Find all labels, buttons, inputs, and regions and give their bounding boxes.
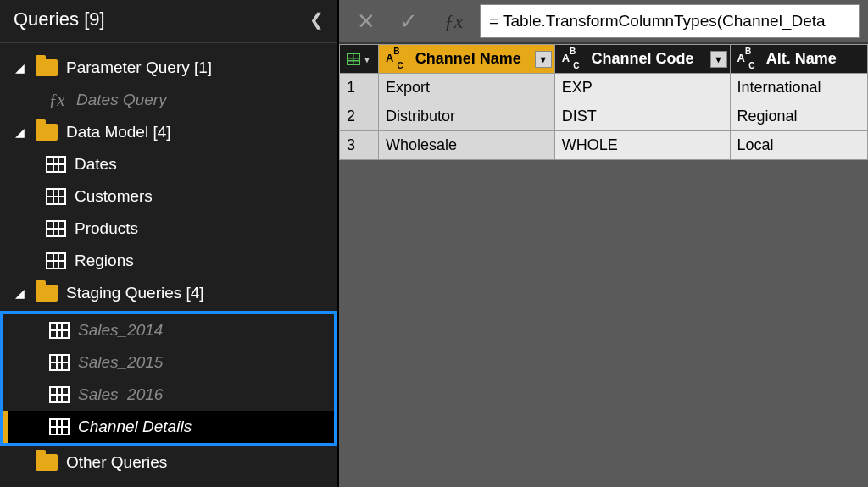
cell[interactable]: DIST [554, 102, 730, 131]
query-channel-details[interactable]: Channel Details [3, 411, 334, 443]
query-label: Channel Details [78, 418, 192, 436]
highlight-box: Sales_2014 Sales_2015 Sales_2016 Channel… [0, 311, 337, 446]
type-text-icon: ABC [386, 51, 406, 67]
table-icon [46, 252, 66, 269]
formula-bar: ✕ ✓ ƒx = Table.TransformColumnTypes(Chan… [339, 0, 868, 44]
chevron-down-icon: ▼ [363, 55, 371, 64]
table-icon [49, 354, 70, 371]
folder-staging-queries[interactable]: ◢ Staging Queries [4] [0, 277, 337, 309]
formula-input[interactable]: = Table.TransformColumnTypes(Channel_Det… [480, 4, 860, 38]
query-label: Sales_2015 [78, 353, 163, 372]
query-label: Customers [75, 187, 153, 206]
cell[interactable]: WHOLE [554, 131, 730, 160]
cancel-formula-button[interactable]: ✕ [348, 4, 385, 38]
sidebar-header: Queries [9] ❮ [0, 0, 337, 43]
folder-label: Parameter Query [1] [66, 58, 212, 77]
folder-other-queries[interactable]: ◢ Other Queries [0, 446, 337, 479]
column-header-channel-code[interactable]: ABC Channel Code ▼ [554, 45, 730, 74]
folder-icon [36, 454, 58, 471]
fx-icon: ƒx [46, 91, 68, 110]
queries-tree: ◢ Parameter Query [1] ƒx Dates Query ◢ D… [0, 43, 337, 479]
cell[interactable]: Wholesale [378, 131, 554, 160]
caret-icon[interactable]: ◢ [15, 125, 27, 139]
query-customers[interactable]: Customers [0, 180, 337, 213]
query-sales-2014[interactable]: Sales_2014 [3, 314, 334, 346]
table-icon [49, 386, 70, 403]
caret-icon[interactable]: ◢ [15, 286, 27, 300]
query-regions[interactable]: Regions [0, 245, 337, 277]
type-text-icon: ABC [562, 51, 582, 67]
query-label: Products [75, 219, 138, 238]
collapse-chevron-icon[interactable]: ❮ [309, 9, 324, 30]
column-title: Channel Code [592, 50, 694, 67]
query-label: Sales_2016 [78, 385, 163, 404]
cell[interactable]: Local [730, 131, 867, 160]
cell[interactable]: EXP [554, 74, 730, 102]
folder-icon [36, 59, 58, 76]
column-filter-button[interactable]: ▼ [710, 51, 727, 68]
table-row[interactable]: 1 Export EXP International [340, 74, 868, 102]
query-sales-2016[interactable]: Sales_2016 [3, 379, 334, 411]
query-label: Dates [75, 155, 117, 174]
query-sales-2015[interactable]: Sales_2015 [3, 346, 334, 379]
query-dates-query[interactable]: ƒx Dates Query [0, 84, 337, 116]
folder-parameter-query[interactable]: ◢ Parameter Query [1] [0, 52, 337, 84]
folder-label: Other Queries [66, 453, 167, 472]
cell[interactable]: Regional [730, 102, 867, 131]
fx-icon[interactable]: ƒx [432, 10, 475, 33]
type-text-icon: ABC [737, 51, 758, 67]
query-label: Sales_2014 [78, 321, 163, 340]
cell[interactable]: Export [378, 74, 554, 102]
query-dates[interactable]: Dates [0, 148, 337, 180]
column-title: Channel Name [415, 50, 521, 67]
caret-icon[interactable]: ◢ [15, 61, 27, 75]
folder-label: Data Model [4] [66, 123, 171, 141]
table-icon [46, 156, 66, 173]
folder-label: Staging Queries [4] [66, 284, 204, 302]
table-picker-icon [347, 53, 360, 65]
table-corner-button[interactable]: ▼ [340, 45, 379, 74]
table-row[interactable]: 2 Distributor DIST Regional [340, 102, 868, 131]
query-products[interactable]: Products [0, 213, 337, 245]
cell[interactable]: Distributor [378, 102, 554, 131]
right-pane: ✕ ✓ ƒx = Table.TransformColumnTypes(Chan… [339, 0, 868, 487]
column-header-alt-name[interactable]: ABC Alt. Name [730, 45, 867, 74]
folder-icon [36, 124, 58, 141]
column-filter-button[interactable]: ▼ [535, 51, 552, 68]
sidebar-title: Queries [9] [14, 8, 105, 30]
queries-sidebar: Queries [9] ❮ ◢ Parameter Query [1] ƒx D… [0, 0, 339, 487]
folder-icon [36, 285, 58, 302]
row-number[interactable]: 2 [340, 102, 379, 131]
data-table: ▼ ABC Channel Name ▼ ABC Channel Code ▼ … [339, 44, 868, 160]
table-icon [46, 188, 66, 205]
row-number[interactable]: 3 [340, 131, 379, 160]
folder-data-model[interactable]: ◢ Data Model [4] [0, 116, 337, 148]
cell[interactable]: International [730, 74, 867, 102]
query-label: Regions [75, 252, 134, 270]
query-label: Dates Query [76, 91, 167, 109]
column-header-channel-name[interactable]: ABC Channel Name ▼ [378, 45, 554, 74]
table-row[interactable]: 3 Wholesale WHOLE Local [340, 131, 868, 160]
apply-formula-button[interactable]: ✓ [390, 4, 427, 38]
table-icon [49, 418, 70, 435]
row-number[interactable]: 1 [340, 74, 379, 102]
column-title: Alt. Name [766, 50, 837, 67]
table-icon [46, 220, 66, 237]
table-icon [49, 322, 70, 339]
